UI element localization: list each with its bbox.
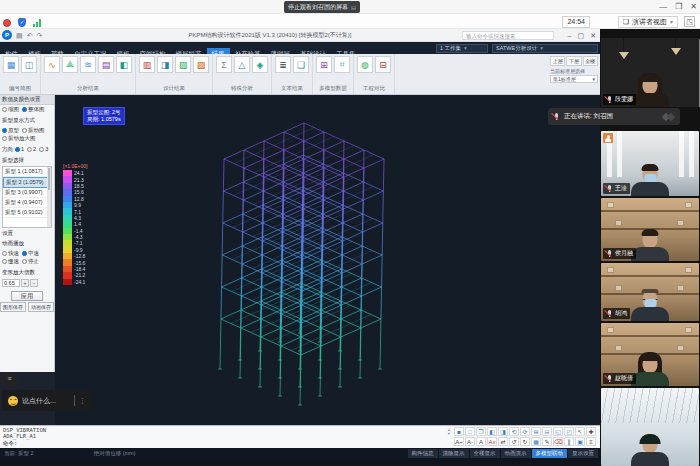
toolbar-icon[interactable]: ❏ [293, 56, 309, 73]
view-icon[interactable]: ≡ [586, 437, 596, 446]
status-button-多模型联动[interactable]: 多模型联动 [532, 449, 568, 458]
toolbar-icon[interactable]: ▨ [193, 56, 209, 73]
direction-radio[interactable]: 1 [15, 146, 24, 152]
toolbar-icon[interactable]: ◧ [116, 56, 132, 73]
toolbar-icon[interactable]: ⊟ [375, 56, 391, 73]
close-button[interactable]: ✕ [690, 1, 697, 13]
status-button-构件信息[interactable]: 构件信息 [408, 449, 438, 458]
view-icon[interactable]: ↖ [575, 427, 585, 436]
view-icon[interactable]: A- [465, 437, 475, 446]
toolbar-icon[interactable]: ▧ [175, 56, 191, 73]
toolbar-icon[interactable]: ≋ [80, 56, 96, 73]
view-icon[interactable]: ↺ [509, 437, 519, 446]
toolbar-icon[interactable]: ⟁ [62, 56, 78, 73]
toolbar-icon[interactable]: ⊞ [316, 56, 332, 73]
view-icon[interactable]: ⊟ [542, 427, 552, 436]
scale-decrease-button[interactable]: − [30, 279, 38, 287]
view-icon[interactable]: ⟲ [509, 427, 519, 436]
view-icon[interactable]: ◱ [553, 427, 563, 436]
view-icon[interactable]: ⇄ [498, 437, 508, 446]
quick-access-icon[interactable]: ↷ [37, 31, 43, 40]
display-mode-radio[interactable]: 振动放大图 [2, 135, 36, 142]
direction-radio[interactable]: 3 [39, 146, 48, 152]
chat-quick-input[interactable]: 说点什么... ⋮ [2, 390, 92, 411]
app-minimize-button[interactable]: – [568, 30, 572, 41]
participant-video[interactable] [601, 388, 699, 466]
animation-speed-radio[interactable]: 停止 [22, 258, 39, 265]
mode-list-item[interactable]: 振型 1 (1.0817) [3, 167, 51, 177]
participant-video[interactable]: 段雯娜 [601, 38, 699, 107]
view-icon[interactable]: ◧ [487, 427, 497, 436]
mode-list-item[interactable]: 振型 4 (0.9407) [3, 198, 51, 208]
toolbar-icon[interactable]: ⌗ [334, 56, 350, 73]
mode-list-item[interactable]: 振型 3 (0.9907) [3, 188, 51, 198]
view-icon[interactable]: ⌫ [553, 437, 563, 446]
status-button-全楼显示[interactable]: 全楼显示 [470, 449, 500, 458]
toolbar-icon[interactable]: Σ [216, 56, 232, 73]
view-icon[interactable]: ✎ [542, 437, 552, 446]
animation-speed-radio[interactable]: 慢速 [2, 258, 19, 265]
scale-increase-button[interactable]: + [21, 279, 29, 287]
toolbar-icon[interactable]: ≣ [275, 56, 291, 73]
command-scrollbar[interactable]: ▲▼ [446, 428, 452, 436]
view-icon[interactable]: ⊞ [531, 427, 541, 436]
view-mode-selector[interactable]: ❏ 演讲者视图 ▾ [618, 16, 678, 28]
fullscreen-button[interactable]: ◳ [684, 16, 695, 27]
mode-list-item[interactable]: 振型 5 (0.9102) [3, 208, 51, 218]
participant-video[interactable]: 王淦 [601, 131, 699, 196]
emoji-icon[interactable] [8, 396, 18, 406]
status-button-显示设置[interactable]: 显示设置 [568, 449, 598, 458]
banner-menu-icon[interactable]: ⊟ [351, 4, 356, 11]
command-search-input[interactable]: 输入命令或快速搜索 [462, 31, 554, 40]
maximize-button[interactable]: ❐ [675, 1, 682, 13]
view-icon[interactable]: ⟳ [520, 427, 530, 436]
workset-combo[interactable]: 1 工作集 ▾ [436, 44, 488, 53]
view-icon[interactable]: ▦ [531, 437, 541, 446]
participant-video[interactable]: 赵晓倩 [601, 323, 699, 386]
participant-video[interactable]: 胡鸿 [601, 263, 699, 321]
mode-list-item[interactable]: 振型 2 (1.0579) [3, 177, 51, 188]
toolbar-icon[interactable]: ▤ [98, 56, 114, 73]
animation-speed-radio[interactable]: 中速 [22, 250, 39, 257]
minimize-button[interactable]: — [659, 1, 667, 13]
toolbar-icon[interactable]: ◍ [357, 56, 373, 73]
animation-speed-radio[interactable]: 快速 [2, 250, 19, 257]
stop-watching-banner[interactable]: 停止观看刘召国的屏幕 ⊟ [284, 1, 360, 13]
toolbar-icon[interactable]: △ [234, 56, 250, 73]
apply-button[interactable]: 应用 [11, 291, 43, 301]
chat-expand-button[interactable]: ≡ [2, 372, 17, 386]
view-icon[interactable]: ❐ [476, 427, 486, 436]
display-mode-radio[interactable]: 原型 [2, 127, 19, 134]
model-viewport[interactable]: 振型云图: 2号 周期: 1.0579s [×1.0E+00] 24.121.3… [55, 95, 600, 425]
quick-access-icon[interactable]: ▤ [16, 31, 23, 40]
view-icon[interactable]: □ [465, 427, 475, 436]
record-icon[interactable] [3, 19, 11, 27]
view-icon[interactable]: ◰ [564, 427, 574, 436]
view-icon[interactable]: ∥ [564, 437, 574, 446]
toolbar-icon[interactable]: ◨ [157, 56, 173, 73]
mode-list[interactable]: 振型 1 (1.0817)振型 2 (1.0579)振型 3 (0.9907)振… [2, 166, 52, 228]
view-scope-radio[interactable]: 整体图 [22, 106, 45, 113]
toolbar-icon[interactable]: ▥ [139, 56, 155, 73]
view-icon[interactable]: Ax [487, 437, 497, 446]
layer-button-全楼[interactable]: 全楼 [583, 56, 598, 66]
view-icon[interactable]: ▣ [575, 437, 585, 446]
toolbar-icon[interactable]: ∿ [44, 56, 60, 73]
command-prompt[interactable]: 命令: [3, 440, 17, 447]
chat-more-icon[interactable]: ⋮ [79, 397, 86, 405]
save-button-动画保存[interactable]: 动画保存 [28, 302, 54, 312]
view-icon[interactable]: ↻ [520, 437, 530, 446]
direction-radio[interactable]: 2 [27, 146, 36, 152]
view-icon[interactable]: ✚ [586, 427, 596, 436]
layer-select[interactable]: 第1标准层 ▾ [550, 75, 598, 83]
view-scope-radio[interactable]: 缩图 [2, 106, 19, 113]
scale-value-input[interactable]: 0.65 [2, 279, 20, 287]
mode-list-scrollbar[interactable] [47, 167, 51, 227]
view-icon[interactable]: ◨ [498, 427, 508, 436]
view-icon[interactable]: A [476, 437, 486, 446]
view-icon[interactable]: ■ [454, 427, 464, 436]
toolbar-icon[interactable]: ◫ [21, 56, 37, 73]
app-maximize-button[interactable]: ▢ [578, 30, 585, 41]
app-close-button[interactable]: ✕ [590, 30, 596, 41]
display-mode-radio[interactable]: 振动图 [22, 127, 45, 134]
